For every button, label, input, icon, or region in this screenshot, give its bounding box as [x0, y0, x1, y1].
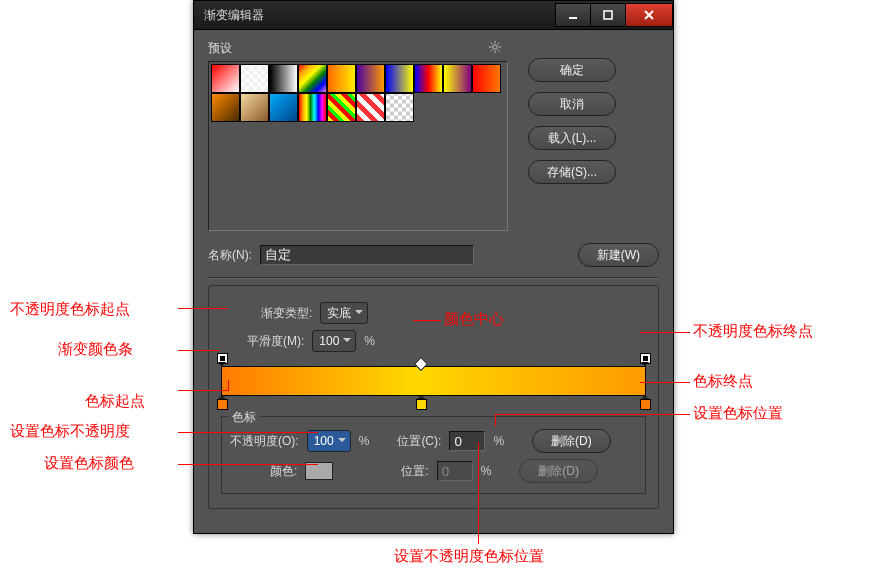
preset-swatch[interactable] — [385, 64, 414, 93]
svg-line-9 — [491, 43, 493, 45]
delete-stop-button[interactable]: 删除(D) — [532, 429, 611, 453]
preset-swatch[interactable] — [356, 93, 385, 122]
opacity-label: 不透明度(O): — [230, 433, 299, 450]
cancel-button[interactable]: 取消 — [528, 92, 616, 116]
preset-swatch[interactable] — [327, 64, 356, 93]
preset-swatch[interactable] — [298, 64, 327, 93]
annotation: 不透明度色标起点 — [10, 300, 130, 319]
preset-swatch[interactable] — [211, 93, 240, 122]
preset-swatch[interactable] — [414, 64, 443, 93]
load-button[interactable]: 载入(L)... — [528, 126, 616, 150]
preset-swatch[interactable] — [240, 93, 269, 122]
name-input[interactable] — [260, 245, 474, 265]
preset-swatch[interactable] — [298, 93, 327, 122]
gradient-editor-dialog: 渐变编辑器 预设 — [193, 0, 674, 534]
location2-input — [437, 461, 473, 481]
annotation: 设置色标不透明度 — [10, 422, 130, 441]
preset-swatch[interactable] — [472, 64, 501, 93]
smooth-label: 平滑度(M): — [247, 333, 304, 350]
preset-swatch[interactable] — [269, 64, 298, 93]
color-label: 颜色: — [270, 463, 297, 480]
new-button[interactable]: 新建(W) — [578, 243, 659, 267]
preset-swatch[interactable] — [211, 64, 240, 93]
color-stop-start[interactable] — [217, 399, 227, 409]
location2-label: 位置: — [401, 463, 428, 480]
svg-point-4 — [493, 45, 497, 49]
color-stop-end[interactable] — [640, 399, 650, 409]
preset-swatch[interactable] — [385, 93, 414, 122]
svg-line-11 — [498, 43, 500, 45]
gradient-bar-area — [221, 366, 646, 396]
close-button[interactable] — [625, 3, 673, 27]
maximize-button[interactable] — [590, 3, 626, 27]
preset-swatch[interactable] — [240, 64, 269, 93]
opacity-input[interactable]: 100 — [307, 430, 351, 452]
percent-label: % — [364, 334, 375, 348]
ok-button[interactable]: 确定 — [528, 58, 616, 82]
delete-color-button: 删除(D) — [519, 459, 598, 483]
titlebar[interactable]: 渐变编辑器 — [194, 1, 673, 30]
preset-swatch[interactable] — [327, 93, 356, 122]
annotation: 不透明度色标终点 — [693, 322, 813, 341]
gradient-bar[interactable] — [221, 366, 646, 396]
color-stop-mid[interactable] — [416, 399, 426, 409]
stops-group-label: 色标 — [228, 409, 260, 426]
annotation: 设置色标颜色 — [44, 454, 134, 473]
annotation: 渐变颜色条 — [58, 340, 133, 359]
svg-rect-1 — [604, 11, 612, 19]
gear-icon[interactable] — [488, 40, 502, 57]
preset-swatch[interactable] — [269, 93, 298, 122]
preset-swatch[interactable] — [443, 64, 472, 93]
preset-grid[interactable] — [208, 61, 508, 231]
annotation: 设置不透明度色标位置 — [394, 547, 544, 566]
opacity-stop-end[interactable] — [640, 353, 650, 363]
opacity-stop-start[interactable] — [217, 353, 227, 363]
svg-line-12 — [491, 50, 493, 52]
type-select[interactable]: 实底 — [320, 302, 368, 324]
type-label: 渐变类型: — [261, 305, 312, 322]
presets-label: 预设 — [208, 40, 232, 57]
name-label: 名称(N): — [208, 247, 252, 264]
location-label: 位置(C): — [397, 433, 441, 450]
minimize-button[interactable] — [555, 3, 591, 27]
annotation: 设置色标位置 — [693, 404, 783, 423]
annotation: 色标起点 — [85, 392, 145, 411]
svg-line-10 — [498, 50, 500, 52]
annotation: 颜色中心 — [444, 310, 504, 329]
window-title: 渐变编辑器 — [204, 7, 264, 24]
preset-swatch[interactable] — [356, 64, 385, 93]
smooth-input[interactable]: 100 — [312, 330, 356, 352]
location-input[interactable] — [449, 431, 485, 451]
annotation: 色标终点 — [693, 372, 753, 391]
save-button[interactable]: 存储(S)... — [528, 160, 616, 184]
